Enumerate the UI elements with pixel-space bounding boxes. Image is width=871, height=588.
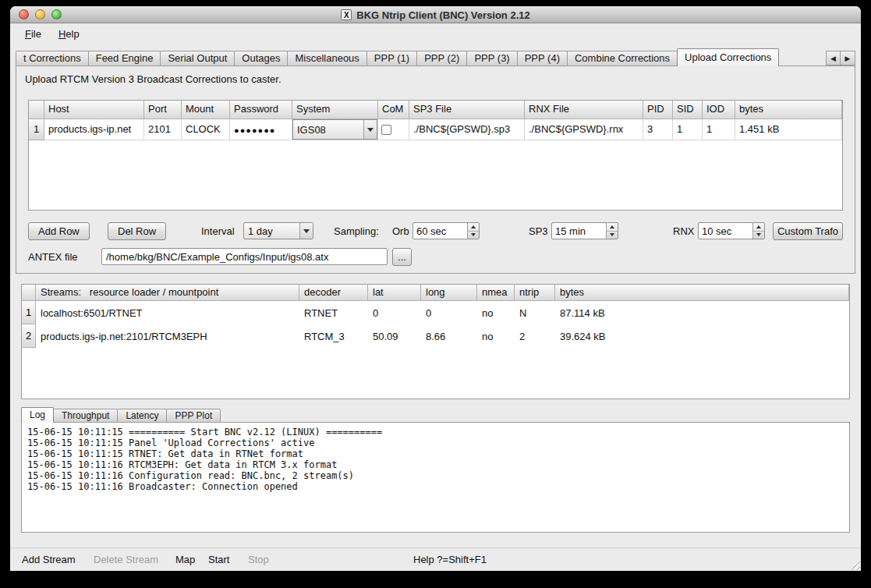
tab-broadcast-corrections[interactable]: t Corrections xyxy=(16,51,89,66)
antex-browse-button[interactable]: ... xyxy=(392,248,412,266)
log-panel: 15-06-15 10:11:15 ========== Start BNC v… xyxy=(21,422,850,533)
cell-mount[interactable]: CLOCK xyxy=(182,119,230,140)
cell-long: 8.66 xyxy=(421,324,477,348)
sampling-label: Sampling: xyxy=(334,222,379,240)
header-iod: IOD xyxy=(703,101,735,119)
antex-file-input[interactable] xyxy=(101,248,388,265)
cell-pid[interactable]: 3 xyxy=(643,119,673,140)
x11-app-icon: X xyxy=(341,9,352,20)
header-sp3-file: SP3 File xyxy=(409,101,525,119)
tab-ppp-4[interactable]: PPP (4) xyxy=(517,51,568,66)
tab-scroll-right-icon[interactable]: ▶ xyxy=(841,51,855,66)
header-mountpoint: Streams: resource loader / mountpoint xyxy=(36,285,299,301)
system-combobox[interactable]: IGS08 xyxy=(292,119,377,140)
header-system: System xyxy=(292,101,378,119)
table-row[interactable]: 1 products.igs-ip.net 2101 CLOCK ●●●●●●●… xyxy=(29,119,842,140)
start-button[interactable]: Start xyxy=(208,554,229,565)
tab-log[interactable]: Log xyxy=(21,407,54,423)
spin-up-icon[interactable] xyxy=(468,223,479,232)
tab-scroll-left-icon[interactable]: ◀ xyxy=(826,51,841,66)
tab-ppp-1[interactable]: PPP (1) xyxy=(366,51,417,66)
add-stream-button[interactable]: Add Stream xyxy=(22,554,76,565)
spin-down-icon[interactable] xyxy=(607,232,618,239)
spin-up-icon[interactable] xyxy=(753,223,764,232)
del-row-button[interactable]: Del Row xyxy=(108,222,166,240)
cell-sid[interactable]: 1 xyxy=(673,119,703,140)
header-com: CoM xyxy=(378,101,409,119)
log-line: 15-06-15 10:11:16 RTCM3EPH: Get data in … xyxy=(27,459,844,470)
cell-lat: 0 xyxy=(368,301,421,324)
tab-ppp-plot[interactable]: PPP Plot xyxy=(166,409,221,422)
table-row[interactable]: 2 products.igs-ip.net:2101/RTCM3EPH RTCM… xyxy=(22,324,849,348)
row-number: 2 xyxy=(22,324,36,348)
orb-sampling-spinbox[interactable]: 60 sec xyxy=(412,222,480,239)
cell-mountpoint: products.igs-ip.net:2101/RTCM3EPH xyxy=(36,324,299,348)
tab-upload-corrections[interactable]: Upload Corrections xyxy=(677,48,779,66)
stop-button[interactable]: Stop xyxy=(248,554,269,565)
cell-decoder: RTNET xyxy=(299,301,368,324)
orb-label: Orb xyxy=(392,222,409,240)
streams-table-header: Streams: resource loader / mountpoint de… xyxy=(22,285,849,301)
cell-lat: 50.09 xyxy=(368,324,421,348)
add-row-button[interactable]: Add Row xyxy=(28,222,90,240)
tab-ppp-2[interactable]: PPP (2) xyxy=(416,51,467,66)
delete-stream-button[interactable]: Delete Stream xyxy=(94,554,158,565)
spin-down-icon[interactable] xyxy=(468,232,479,239)
chevron-down-icon[interactable] xyxy=(299,223,313,239)
cell-ntrip: 2 xyxy=(515,324,555,348)
map-button[interactable]: Map xyxy=(175,554,195,565)
log-line: 15-06-15 10:11:16 Configuration read: BN… xyxy=(27,470,844,481)
corner-header xyxy=(22,285,36,301)
cell-rnx-file[interactable]: ./BNC${GPSWD}.rnx xyxy=(525,119,643,140)
rnx-sampling-spinbox[interactable]: 10 sec xyxy=(698,222,765,239)
row-number: 1 xyxy=(22,301,36,324)
cell-iod[interactable]: 1 xyxy=(703,119,735,140)
tab-ppp-3[interactable]: PPP (3) xyxy=(466,51,517,66)
menu-help[interactable]: Help xyxy=(51,26,87,42)
orb-sampling-value: 60 sec xyxy=(413,223,467,239)
tab-serial-output[interactable]: Serial Output xyxy=(160,51,235,66)
interval-combobox-value: 1 day xyxy=(244,223,299,239)
antex-row: ANTEX file ... xyxy=(16,248,855,267)
corner-header xyxy=(29,101,44,119)
cell-system: IGS08 xyxy=(292,119,378,140)
chevron-down-icon[interactable] xyxy=(363,120,377,139)
cell-password[interactable]: ●●●●●●● xyxy=(230,119,292,140)
tab-latency[interactable]: Latency xyxy=(117,409,167,422)
streams-table: Streams: resource loader / mountpoint de… xyxy=(21,284,850,399)
header-mount: Mount xyxy=(182,101,230,119)
help-shortcut-label: Help ?=Shift+F1 xyxy=(413,554,487,565)
tab-throughput[interactable]: Throughput xyxy=(53,409,118,422)
interval-combobox[interactable]: 1 day xyxy=(243,222,313,239)
upload-table: Host Port Mount Password System CoM SP3 … xyxy=(28,100,843,211)
custom-trafo-button[interactable]: Custom Trafo xyxy=(773,222,843,240)
cell-host[interactable]: products.igs-ip.net xyxy=(44,119,144,140)
com-checkbox[interactable] xyxy=(381,125,391,135)
table-row[interactable]: 1 localhost:6501/RTNET RTNET 0 0 no N 87… xyxy=(22,301,849,324)
header-sid: SID xyxy=(673,101,703,119)
tab-combine-corrections[interactable]: Combine Corrections xyxy=(567,51,678,66)
log-line: 15-06-15 10:11:15 Panel 'Upload Correcti… xyxy=(27,437,844,448)
header-lat: lat xyxy=(368,285,421,301)
header-bytes: bytes xyxy=(735,101,842,119)
upload-corrections-panel: Upload RTCM Version 3 Broadcast Correcti… xyxy=(16,66,855,274)
tab-outages[interactable]: Outages xyxy=(234,51,288,66)
sp3-sampling-spinbox[interactable]: 15 min xyxy=(551,222,618,239)
tab-feed-engine[interactable]: Feed Engine xyxy=(88,51,161,66)
tab-miscellaneous[interactable]: Miscellaneous xyxy=(287,51,366,66)
menu-file[interactable]: File xyxy=(18,26,48,42)
log-line: 15-06-15 10:11:15 RTNET: Get data in RTN… xyxy=(27,448,844,459)
header-long: long xyxy=(421,285,477,301)
spin-up-icon[interactable] xyxy=(607,223,618,232)
header-port: Port xyxy=(144,101,182,119)
cell-nmea: no xyxy=(477,324,515,348)
cell-port[interactable]: 2101 xyxy=(144,119,182,140)
cell-bytes: 1.451 kB xyxy=(735,119,842,140)
bnc-main-window: X BKG Ntrip Client (BNC) Version 2.12 Fi… xyxy=(10,6,861,571)
cell-decoder: RTCM_3 xyxy=(299,324,368,348)
cell-sp3-file[interactable]: ./BNC${GPSWD}.sp3 xyxy=(409,119,525,140)
spin-down-icon[interactable] xyxy=(753,232,764,239)
header-ntrip: ntrip xyxy=(515,285,555,301)
log-line: 15-06-15 10:11:16 Broadcaster: Connectio… xyxy=(27,481,844,492)
titlebar[interactable]: X BKG Ntrip Client (BNC) Version 2.12 xyxy=(10,6,861,23)
